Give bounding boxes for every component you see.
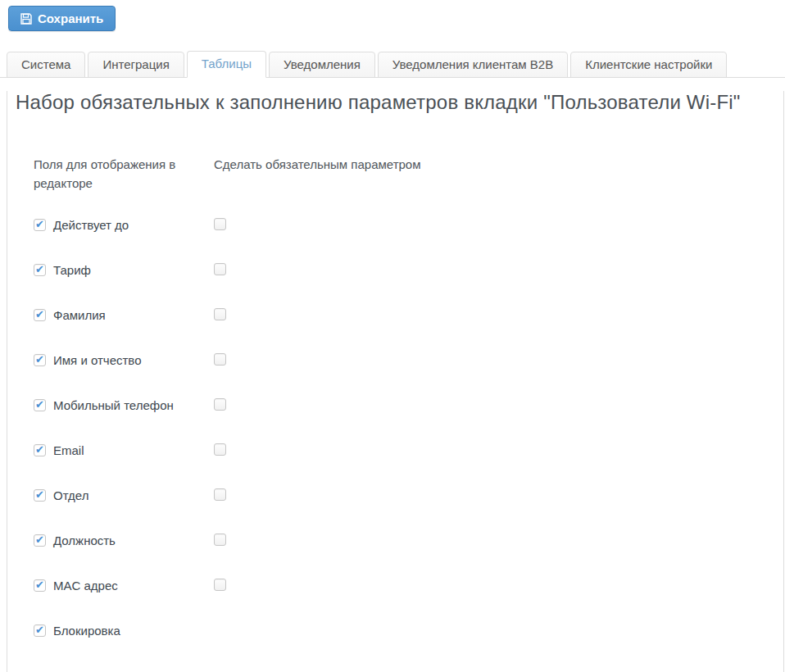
display-field-cell: ✔Тариф xyxy=(34,263,214,277)
page-title: Набор обязательных к заполнению параметр… xyxy=(16,91,775,114)
required-cell xyxy=(214,218,783,230)
required-cell xyxy=(214,263,783,275)
table-row: ✔Должность xyxy=(34,534,783,579)
field-label: Должность xyxy=(53,534,116,547)
display-field-cell: ✔Блокировка xyxy=(34,624,214,638)
tab-client-settings[interactable]: Клиентские настройки xyxy=(570,52,727,78)
check-icon: ✔ xyxy=(35,309,44,320)
tab-tables[interactable]: Таблицы xyxy=(187,51,266,78)
required-cell xyxy=(214,443,783,456)
check-icon: ✔ xyxy=(35,624,44,635)
display-field-checkbox-blocking[interactable]: ✔ xyxy=(34,624,46,637)
required-cell xyxy=(214,579,783,591)
required-checkbox-department[interactable] xyxy=(214,488,226,501)
display-field-cell: ✔Действует до xyxy=(34,218,214,232)
check-icon: ✔ xyxy=(35,489,44,500)
settings-panel: Набор обязательных к заполнению параметр… xyxy=(7,91,784,672)
display-field-checkbox-mobile-phone[interactable]: ✔ xyxy=(34,399,46,411)
check-icon: ✔ xyxy=(35,579,44,590)
display-field-checkbox-valid-until[interactable]: ✔ xyxy=(34,219,46,231)
check-icon: ✔ xyxy=(35,219,44,229)
display-field-cell: ✔Мобильный телефон xyxy=(34,398,214,412)
required-fields-table: Поля для отображения в редакторе Сделать… xyxy=(34,155,783,669)
column-header-make-required: Сделать обязательным параметром xyxy=(214,155,783,193)
display-field-cell: ✔Имя и отчество xyxy=(34,353,214,367)
required-checkbox-tariff[interactable] xyxy=(214,263,226,275)
tab-b2b-notifications[interactable]: Уведомления клиентам B2B xyxy=(378,52,568,78)
required-cell xyxy=(214,398,783,411)
display-field-checkbox-email[interactable]: ✔ xyxy=(34,444,46,456)
required-checkbox-email[interactable] xyxy=(214,443,226,456)
table-row: ✔Действует до xyxy=(34,218,783,263)
field-label: Фамилия xyxy=(53,308,106,322)
display-field-checkbox-position[interactable]: ✔ xyxy=(34,534,46,547)
required-checkbox-position[interactable] xyxy=(214,534,226,546)
field-label: Действует до xyxy=(53,218,129,232)
toolbar: Сохранить xyxy=(0,0,785,31)
required-cell xyxy=(214,308,783,320)
display-field-checkbox-last-name[interactable]: ✔ xyxy=(34,309,46,321)
check-icon: ✔ xyxy=(35,399,44,410)
table-row: ✔Мобильный телефон xyxy=(34,398,783,443)
required-checkbox-mobile-phone[interactable] xyxy=(214,398,226,411)
required-checkbox-last-name[interactable] xyxy=(214,308,226,320)
column-header-display-fields: Поля для отображения в редакторе xyxy=(34,155,214,193)
table-row: ✔Имя и отчество xyxy=(34,353,783,398)
field-label: Отдел xyxy=(53,488,88,502)
display-field-checkbox-tariff[interactable]: ✔ xyxy=(34,264,46,276)
field-label: Мобильный телефон xyxy=(53,398,174,412)
tab-system[interactable]: Система xyxy=(7,52,85,78)
save-button-label: Сохранить xyxy=(38,11,103,25)
display-field-checkbox-department[interactable]: ✔ xyxy=(34,489,46,502)
display-field-checkbox-mac-address[interactable]: ✔ xyxy=(34,579,46,592)
field-label: Email xyxy=(53,443,84,457)
required-checkbox-mac-address[interactable] xyxy=(214,579,226,591)
display-field-cell: ✔Отдел xyxy=(34,488,214,502)
table-row: ✔Тариф xyxy=(34,263,783,308)
table-row: ✔Блокировка xyxy=(34,624,783,669)
check-icon: ✔ xyxy=(35,444,44,455)
required-cell xyxy=(214,488,783,501)
field-label: Имя и отчество xyxy=(53,353,141,367)
required-checkbox-valid-until[interactable] xyxy=(214,218,226,230)
display-field-cell: ✔Email xyxy=(34,443,214,457)
column-headers: Поля для отображения в редакторе Сделать… xyxy=(34,155,783,193)
save-button[interactable]: Сохранить xyxy=(8,6,116,31)
display-field-cell: ✔Фамилия xyxy=(34,308,214,322)
display-field-checkbox-first-middle-name[interactable]: ✔ xyxy=(34,354,46,366)
display-field-cell: ✔MAC адрес xyxy=(34,579,214,593)
tab-notifications[interactable]: Уведомления xyxy=(269,52,375,78)
field-label: MAC адрес xyxy=(53,579,118,593)
field-rows: ✔Действует до✔Тариф✔Фамилия✔Имя и отчест… xyxy=(34,218,783,669)
required-checkbox-first-middle-name[interactable] xyxy=(214,353,226,366)
required-cell xyxy=(214,534,783,546)
table-row: ✔Отдел xyxy=(34,488,783,534)
field-label: Блокировка xyxy=(53,624,120,638)
tab-bar: СистемаИнтеграцияТаблицыУведомленияУведо… xyxy=(0,51,785,78)
tab-integration[interactable]: Интеграция xyxy=(88,52,184,78)
check-icon: ✔ xyxy=(35,534,44,545)
check-icon: ✔ xyxy=(35,354,44,365)
display-field-cell: ✔Должность xyxy=(34,534,214,547)
save-icon xyxy=(20,13,32,25)
check-icon: ✔ xyxy=(35,264,44,275)
table-row: ✔Фамилия xyxy=(34,308,783,353)
required-cell xyxy=(214,353,783,366)
table-row: ✔Email xyxy=(34,443,783,488)
table-row: ✔MAC адрес xyxy=(34,579,783,624)
field-label: Тариф xyxy=(53,263,91,277)
